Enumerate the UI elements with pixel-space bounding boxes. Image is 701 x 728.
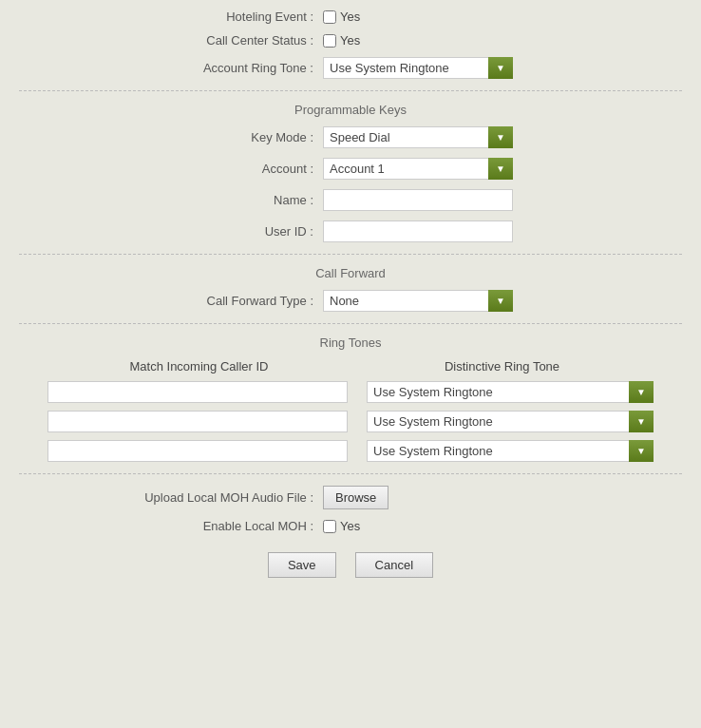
divider-2 [19, 254, 682, 255]
call-forward-type-row: Call Forward Type : None Always Busy No … [19, 290, 682, 312]
name-row: Name : [19, 189, 682, 211]
key-mode-control: Speed Dial BLF Conference Line [323, 126, 682, 148]
account-label: Account : [19, 162, 323, 176]
key-mode-select[interactable]: Speed Dial BLF Conference Line [323, 126, 513, 148]
call-forward-type-select[interactable]: None Always Busy No Answer [323, 290, 513, 312]
ring-tone-row-1: Use System Ringtone Ring Tone 1 Ring Ton… [19, 381, 682, 403]
upload-moh-control: Browse [323, 486, 682, 509]
name-label: Name : [19, 193, 323, 207]
hoteling-event-checkbox-text: Yes [340, 10, 360, 24]
user-id-control [323, 220, 682, 242]
hoteling-event-control: Yes [323, 10, 682, 24]
match-incoming-caller-id-header: Match Incoming Caller ID [47, 359, 350, 374]
main-container: Hoteling Event : Yes Call Center Status … [0, 0, 701, 597]
call-center-status-row: Call Center Status : Yes [19, 33, 682, 48]
account-select-wrapper: Account 1 Account 2 Account 3 [323, 158, 513, 180]
account-ring-tone-select-wrapper: Use System Ringtone Ring Tone 1 Ring Ton… [323, 57, 513, 79]
ring-tone-row-3: Use System Ringtone Ring Tone 1 Ring Ton… [19, 440, 682, 462]
enable-local-moh-checkbox-text: Yes [340, 519, 360, 533]
action-buttons: Save Cancel [19, 552, 682, 578]
call-center-status-checkbox-text: Yes [340, 33, 360, 48]
upload-moh-label: Upload Local MOH Audio File : [19, 490, 323, 505]
hoteling-event-checkbox-label[interactable]: Yes [323, 10, 682, 24]
enable-local-moh-control: Yes [323, 519, 682, 533]
ring-tone-select-2[interactable]: Use System Ringtone Ring Tone 1 Ring Ton… [367, 411, 654, 432]
enable-local-moh-row: Enable Local MOH : Yes [19, 519, 682, 533]
ring-tone-select-3[interactable]: Use System Ringtone Ring Tone 1 Ring Ton… [367, 440, 654, 462]
enable-local-moh-checkbox-label[interactable]: Yes [323, 519, 682, 533]
ring-tone-caller-id-input-2[interactable] [47, 411, 348, 432]
save-button[interactable]: Save [268, 552, 336, 578]
divider-4 [19, 473, 682, 474]
user-id-input[interactable] [323, 220, 513, 242]
call-forward-type-select-wrapper: None Always Busy No Answer [323, 290, 513, 312]
ring-tones-title: Ring Tones [19, 335, 682, 350]
hoteling-event-row: Hoteling Event : Yes [19, 10, 682, 24]
call-forward-title: Call Forward [19, 266, 682, 280]
account-row: Account : Account 1 Account 2 Account 3 [19, 158, 682, 180]
account-control: Account 1 Account 2 Account 3 [323, 158, 682, 180]
key-mode-row: Key Mode : Speed Dial BLF Conference Lin… [19, 126, 682, 148]
ring-tone-select-1[interactable]: Use System Ringtone Ring Tone 1 Ring Ton… [367, 381, 654, 403]
key-mode-label: Key Mode : [19, 130, 323, 144]
hoteling-event-checkbox[interactable] [323, 10, 336, 24]
hoteling-event-label: Hoteling Event : [19, 10, 323, 24]
call-center-status-control: Yes [323, 33, 682, 48]
ring-tone-select-wrapper-3: Use System Ringtone Ring Tone 1 Ring Ton… [367, 440, 654, 462]
ring-tone-caller-id-input-1[interactable] [47, 381, 348, 403]
enable-local-moh-checkbox[interactable] [323, 520, 336, 533]
enable-local-moh-label: Enable Local MOH : [19, 519, 323, 533]
cancel-button[interactable]: Cancel [355, 552, 433, 578]
ring-tone-caller-id-input-3[interactable] [47, 440, 348, 462]
call-center-status-checkbox[interactable] [323, 34, 336, 48]
name-control [323, 189, 682, 211]
call-center-status-label: Call Center Status : [19, 33, 323, 48]
user-id-row: User ID : [19, 220, 682, 242]
call-forward-type-control: None Always Busy No Answer [323, 290, 682, 312]
distinctive-ring-tone-header: Distinctive Ring Tone [350, 359, 654, 374]
ring-tone-row-2: Use System Ringtone Ring Tone 1 Ring Ton… [19, 411, 682, 432]
upload-moh-row: Upload Local MOH Audio File : Browse [19, 486, 682, 509]
divider-3 [19, 323, 682, 324]
divider-1 [19, 90, 682, 91]
ring-tone-select-wrapper-1: Use System Ringtone Ring Tone 1 Ring Ton… [367, 381, 654, 403]
ring-tones-headers: Match Incoming Caller ID Distinctive Rin… [19, 359, 682, 374]
account-ring-tone-control: Use System Ringtone Ring Tone 1 Ring Ton… [323, 57, 682, 79]
programmable-keys-title: Programmable Keys [19, 103, 682, 117]
account-ring-tone-select[interactable]: Use System Ringtone Ring Tone 1 Ring Ton… [323, 57, 513, 79]
browse-button[interactable]: Browse [323, 486, 388, 509]
ring-tone-select-wrapper-2: Use System Ringtone Ring Tone 1 Ring Ton… [367, 411, 654, 432]
account-select[interactable]: Account 1 Account 2 Account 3 [323, 158, 513, 180]
call-center-status-checkbox-label[interactable]: Yes [323, 33, 682, 48]
user-id-label: User ID : [19, 224, 323, 239]
call-forward-type-label: Call Forward Type : [19, 294, 323, 308]
name-input[interactable] [323, 189, 513, 211]
key-mode-select-wrapper: Speed Dial BLF Conference Line [323, 126, 513, 148]
account-ring-tone-row: Account Ring Tone : Use System Ringtone … [19, 57, 682, 79]
account-ring-tone-label: Account Ring Tone : [19, 61, 323, 75]
